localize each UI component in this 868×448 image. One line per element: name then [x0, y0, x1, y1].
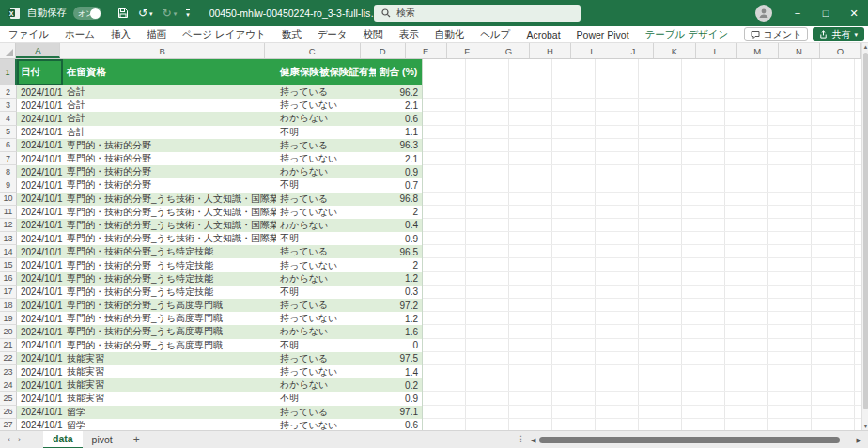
sheet-tab-data[interactable]: data [43, 431, 83, 448]
cell-C6-status[interactable]: 持っている [276, 139, 376, 152]
cell-C19-status[interactable]: 持っていない [276, 312, 376, 325]
cell-C26-status[interactable]: 持っている [276, 406, 376, 419]
minimize-button[interactable]: − [783, 0, 812, 26]
save-icon[interactable] [117, 8, 129, 19]
cell-A8-date[interactable]: 2024/10/1 [17, 165, 63, 178]
cell-D9-value[interactable]: 0.7 [376, 178, 423, 192]
ribbon-tab-7[interactable]: データ [318, 28, 348, 41]
cell-D17-value[interactable]: 0.3 [376, 286, 423, 299]
row-header-20[interactable]: 20 [0, 325, 17, 338]
row-header-8[interactable]: 8 [0, 165, 17, 178]
cell-C8-status[interactable]: わからない [276, 165, 376, 178]
undo-icon[interactable]: ↺▾ [138, 8, 153, 19]
empty-cells-row-19[interactable] [423, 312, 861, 325]
ribbon-tab-1[interactable]: ファイル [8, 28, 49, 41]
scroll-right-icon[interactable]: ▶ [857, 437, 861, 444]
cell-A2-date[interactable]: 2024/10/1 [17, 85, 63, 99]
scroll-up-icon[interactable]: ▲ [862, 44, 868, 50]
column-header-I[interactable]: I [571, 43, 612, 58]
empty-cells-row-23[interactable] [423, 365, 861, 378]
empty-cells-row-6[interactable] [423, 139, 861, 152]
empty-cells-row-5[interactable] [423, 126, 861, 139]
cell-A25-date[interactable]: 2024/10/1 [17, 392, 63, 405]
cell-A18-date[interactable]: 2024/10/1 [17, 299, 63, 312]
autosave-toggle[interactable]: オン [73, 7, 101, 20]
cell-B26-category[interactable]: 留学 [63, 406, 276, 419]
cell-D16-value[interactable]: 1.2 [376, 272, 423, 286]
sheet-nav-prev-icon[interactable]: ‹ [8, 435, 10, 444]
column-header-N[interactable]: N [779, 43, 820, 58]
cell-A5-date[interactable]: 2024/10/1 [17, 126, 63, 139]
search-input[interactable]: 検索 [374, 5, 581, 22]
cell-C2-status[interactable]: 持っている [276, 85, 376, 99]
empty-cells-row-26[interactable] [423, 406, 861, 419]
cell-B1-residence-status-header[interactable]: 在留資格 [63, 59, 276, 85]
empty-cells-row-17[interactable] [423, 286, 861, 299]
ribbon-tab-5[interactable]: ページ レイアウト [182, 28, 266, 41]
ribbon-tab-11[interactable]: ヘルプ [480, 28, 510, 41]
cell-A26-date[interactable]: 2024/10/1 [17, 406, 63, 419]
column-header-F[interactable]: F [447, 43, 488, 58]
cell-D12-value[interactable]: 0.4 [376, 219, 423, 232]
row-header-5[interactable]: 5 [0, 126, 17, 139]
row-header-6[interactable]: 6 [0, 139, 17, 152]
cell-C25-status[interactable]: 不明 [276, 392, 376, 405]
column-header-G[interactable]: G [488, 43, 530, 58]
cell-C9-status[interactable]: 不明 [276, 178, 376, 192]
cell-B2-category[interactable]: 合計 [63, 85, 276, 99]
cell-D22-value[interactable]: 97.5 [376, 352, 423, 365]
column-header-O[interactable]: O [820, 43, 861, 58]
cell-C22-status[interactable]: 持っている [276, 352, 376, 365]
row-header-15[interactable]: 15 [0, 258, 17, 271]
cell-C13-status[interactable]: 不明 [276, 232, 376, 245]
row-header-12[interactable]: 12 [0, 219, 17, 232]
ribbon-tab-9[interactable]: 表示 [399, 28, 419, 41]
cell-B7-category[interactable]: 専門的・技術的分野 [63, 152, 276, 165]
sheet-nav-next-icon[interactable]: › [18, 435, 21, 444]
cell-C3-status[interactable]: 持っていない [276, 99, 376, 112]
cell-A23-date[interactable]: 2024/10/1 [17, 365, 63, 378]
ribbon-tab-3[interactable]: 挿入 [111, 28, 131, 41]
cell-B14-category[interactable]: 専門的・技術的分野_うち特定技能 [63, 245, 276, 258]
cell-B13-category[interactable]: 専門的・技術的分野_うち技術・人文知識・国際業務 [63, 232, 276, 245]
cell-A17-date[interactable]: 2024/10/1 [17, 286, 63, 299]
row-header-7[interactable]: 7 [0, 152, 17, 165]
cell-D3-value[interactable]: 2.1 [376, 99, 423, 112]
cell-A1-date-header[interactable]: 日付 [17, 59, 63, 85]
column-header-C[interactable]: C [265, 43, 361, 58]
row-header-16[interactable]: 16 [0, 272, 17, 286]
cell-D5-value[interactable]: 1.1 [376, 126, 423, 139]
cell-A4-date[interactable]: 2024/10/1 [17, 112, 63, 125]
column-header-B[interactable]: B [60, 43, 265, 58]
cell-A21-date[interactable]: 2024/10/1 [17, 339, 63, 352]
row-header-14[interactable]: 14 [0, 245, 17, 258]
cell-D7-value[interactable]: 2.1 [376, 152, 423, 165]
cell-C27-status[interactable]: 持っていない [276, 419, 376, 430]
cell-D6-value[interactable]: 96.3 [376, 139, 423, 152]
column-header-L[interactable]: L [696, 43, 737, 58]
cell-A10-date[interactable]: 2024/10/1 [17, 193, 63, 206]
cell-C16-status[interactable]: わからない [276, 272, 376, 286]
cell-D19-value[interactable]: 1.2 [376, 312, 423, 325]
cell-B4-category[interactable]: 合計 [63, 112, 276, 125]
cell-B9-category[interactable]: 専門的・技術的分野 [63, 178, 276, 192]
empty-cells-row-11[interactable] [423, 206, 861, 219]
cell-C1-insurance-card-header[interactable]: 健康保険被保険証有無 [276, 59, 376, 85]
cell-B3-category[interactable]: 合計 [63, 99, 276, 112]
row-header-23[interactable]: 23 [0, 365, 17, 378]
column-header-D[interactable]: D [361, 43, 406, 58]
row-header-2[interactable]: 2 [0, 85, 17, 99]
empty-cells-row-21[interactable] [423, 339, 861, 352]
cell-D11-value[interactable]: 2 [376, 206, 423, 219]
cell-A14-date[interactable]: 2024/10/1 [17, 245, 63, 258]
cell-D4-value[interactable]: 0.6 [376, 112, 423, 125]
sheet-tab-pivot[interactable]: pivot [83, 431, 122, 448]
close-button[interactable]: ✕ [840, 0, 868, 26]
empty-cells-row-14[interactable] [423, 245, 861, 258]
empty-cells-row-3[interactable] [423, 99, 861, 112]
cell-A12-date[interactable]: 2024/10/1 [17, 219, 63, 232]
vertical-scrollbar-thumb[interactable] [863, 53, 868, 409]
cell-B24-category[interactable]: 技能実習 [63, 378, 276, 392]
cell-C12-status[interactable]: わからない [276, 219, 376, 232]
cell-B25-category[interactable]: 技能実習 [63, 392, 276, 405]
